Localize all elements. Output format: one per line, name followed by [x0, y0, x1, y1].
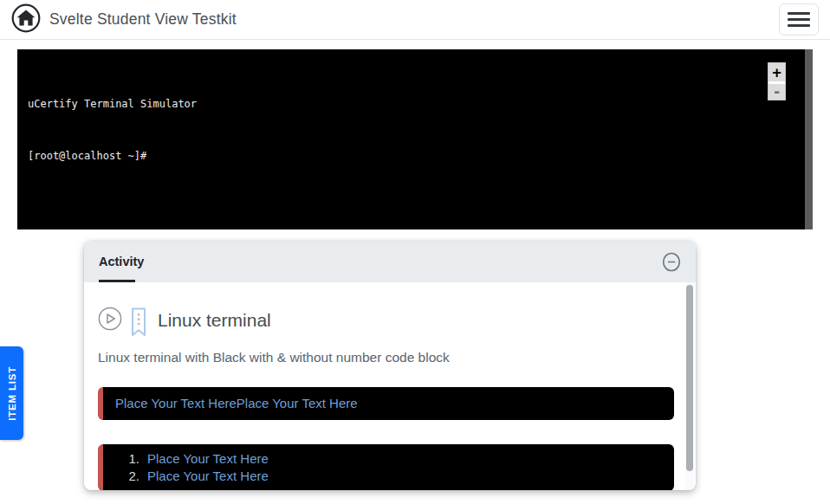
code-block-link[interactable]: Place Your Text HerePlace Your Text Here	[115, 396, 358, 410]
page: Svelte Student View Testkit uCertify Ter…	[0, 0, 830, 504]
collapse-card-button[interactable]	[662, 252, 681, 272]
activity-heading: Linux terminal	[158, 310, 271, 331]
terminal-output: uCertify Terminal Simulator [root@localh…	[17, 49, 813, 210]
numbered-item: 1. Place Your Text Here	[126, 450, 662, 468]
activity-card-header: Activity	[84, 241, 696, 282]
activity-subtitle: Linux terminal with Black with & without…	[98, 350, 682, 365]
card-scrollbar	[685, 282, 694, 490]
card-scrollbar-thumb[interactable]	[686, 285, 693, 471]
minus-circle-icon	[662, 252, 681, 272]
terminal-prompt-line[interactable]: [root@localhost ~]#	[28, 147, 802, 165]
home-icon[interactable]	[11, 3, 41, 36]
code-block-numbered: 1. Place Your Text Here 2. Place Your Te…	[98, 444, 674, 490]
activity-card-body: Linux terminal Linux terminal with Black…	[84, 282, 696, 490]
item-list-tab-label: ITEM LIST	[7, 366, 17, 421]
list-marker: 1.	[126, 450, 139, 468]
hamburger-menu-button[interactable]	[779, 3, 819, 36]
terminal-scrollbar[interactable]	[805, 49, 813, 229]
zoom-in-button[interactable]: +	[768, 63, 785, 84]
terminal-zoom-widget: + -	[768, 62, 786, 100]
app-title: Svelte Student View Testkit	[49, 10, 237, 29]
terminal-title-line: uCertify Terminal Simulator	[28, 95, 802, 113]
numbered-item: 2. Place Your Text Here	[126, 468, 662, 485]
numbered-item-link[interactable]: Place Your Text Here	[147, 450, 269, 468]
numbered-item-link[interactable]: Place Your Text Here	[147, 468, 269, 485]
zoom-out-button[interactable]: -	[768, 84, 785, 100]
code-block-plain: Place Your Text HerePlace Your Text Here	[98, 387, 674, 420]
list-marker: 2.	[126, 468, 139, 485]
play-circle-icon[interactable]	[98, 307, 122, 334]
activity-card: Activity	[84, 241, 696, 490]
tab-activity[interactable]: Activity	[99, 255, 144, 268]
top-navbar: Svelte Student View Testkit	[0, 0, 830, 40]
activity-title-row: Linux terminal	[98, 282, 682, 342]
navbar-brand[interactable]: Svelte Student View Testkit	[11, 3, 237, 36]
hamburger-icon	[788, 12, 810, 15]
terminal-simulator[interactable]: uCertify Terminal Simulator [root@localh…	[17, 49, 813, 229]
item-list-tab[interactable]: ITEM LIST	[0, 346, 23, 440]
bookmark-icon[interactable]	[130, 307, 147, 342]
